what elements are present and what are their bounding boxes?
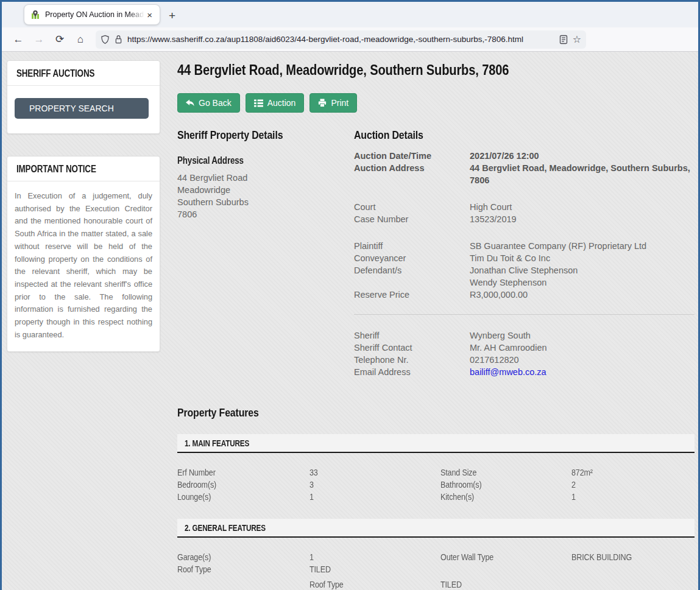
feature-label — [440, 563, 571, 575]
feature-value: BRICK BUILDING — [571, 551, 695, 563]
auction-details: Auction Details Auction Date/Time 2021/0… — [354, 128, 695, 378]
site-favicon — [30, 10, 40, 19]
auction-details-title: Auction Details — [354, 128, 423, 142]
general-features-header: 2. GENERAL FEATURES — [177, 519, 695, 538]
detail-label: Auction Address — [354, 162, 470, 186]
feature-value: TILED — [440, 578, 571, 590]
detail-label: Case Number — [354, 213, 470, 225]
feature-value: 1 — [571, 491, 695, 503]
feature-value: 3 — [309, 479, 440, 491]
detail-value: SB Guarantee Company (RF) Proprietary Lt… — [470, 240, 695, 252]
email-link[interactable]: bailiff@mweb.co.za — [470, 367, 546, 377]
detail-label: Sheriff Contact — [354, 342, 470, 354]
address-line: Southern Suburbs — [177, 196, 354, 208]
feature-label: Stand Size — [440, 466, 571, 479]
sidebar: SHERIFF AUCTIONS PROPERTY SEARCH IMPORTA… — [7, 60, 160, 590]
tab-title: Property ON Auction in Meado — [45, 10, 144, 19]
reader-view-icon[interactable] — [559, 35, 568, 44]
sheriff-auctions-title: SHERIFF AUCTIONS — [16, 68, 94, 79]
go-back-button[interactable]: Go Back — [177, 93, 240, 113]
detail-label: Defendant/s — [354, 264, 470, 276]
bookmark-star-icon[interactable]: ☆ — [573, 33, 581, 45]
detail-value: 13523/2019 — [470, 213, 695, 225]
detail-label: Sheriff — [354, 329, 470, 342]
feature-value — [571, 578, 695, 590]
property-features-title: Property Features — [177, 406, 259, 420]
auction-sheriff-group: Sheriff Wynberg South Sheriff Contact Mr… — [354, 329, 695, 378]
sheriff-auctions-card: SHERIFF AUCTIONS PROPERTY SEARCH — [7, 60, 160, 134]
feature-label — [177, 578, 309, 590]
url-text[interactable]: https://www.sasheriff.co.za/aup11808/aid… — [127, 35, 554, 44]
detail-value: 44 Bergvliet Road, Meadowridge, Southern… — [470, 162, 695, 186]
detail-value: Mr. AH Camroodien — [470, 342, 695, 354]
detail-label: Conveyancer — [354, 252, 470, 264]
browser-window: Property ON Auction in Meado × + ← → ⟳ ⌂… — [0, 0, 700, 590]
feature-value: 1 — [309, 551, 440, 563]
forward-icon[interactable]: → — [29, 33, 49, 46]
important-notice-title: IMPORTANT NOTICE — [16, 164, 96, 175]
detail-label: Reserve Price — [354, 289, 470, 301]
address-line: Meadowridge — [177, 184, 354, 196]
detail-value: High Court — [470, 201, 695, 213]
back-icon[interactable]: ← — [8, 33, 29, 46]
page-content: SHERIFF AUCTIONS PROPERTY SEARCH IMPORTA… — [2, 52, 698, 590]
printer-icon — [318, 99, 327, 107]
detail-label: Email Address — [354, 366, 470, 378]
section-divider — [354, 314, 695, 315]
feature-value: 872m² — [571, 466, 695, 479]
toolbar: Go Back Auction Print — [177, 93, 695, 113]
shield-icon[interactable] — [101, 35, 110, 44]
address-line: 44 Bergvliet Road — [177, 172, 354, 184]
detail-value: Jonathan Clive Stephenson — [470, 264, 695, 276]
feature-value: TILED — [309, 563, 440, 575]
list-icon — [254, 99, 263, 107]
feature-label: Garage(s) — [177, 551, 309, 563]
reload-icon[interactable]: ⟳ — [49, 33, 70, 46]
browser-tab[interactable]: Property ON Auction in Meado × — [24, 4, 160, 25]
feature-label: Lounge(s) — [177, 491, 309, 503]
feature-value — [571, 563, 695, 575]
property-search-button[interactable]: PROPERTY SEARCH — [15, 98, 149, 119]
important-notice-text: In Execution of a judgement, duly author… — [15, 190, 152, 342]
auction-court-group: Court High Court Case Number 13523/2019 — [354, 201, 695, 225]
navigation-bar: ← → ⟳ ⌂ https://www.sasheriff.co.za/aup1… — [2, 27, 698, 52]
detail-value: Tim Du Toit & Co Inc — [470, 252, 695, 264]
feature-value: 33 — [309, 466, 440, 479]
auction-primary-group: Auction Date/Time 2021/07/26 12:00 Aucti… — [354, 150, 695, 186]
new-tab-icon[interactable]: + — [169, 10, 175, 21]
physical-address-title: Physical Address — [177, 155, 244, 166]
feature-label: Roof Type — [309, 578, 440, 590]
home-icon[interactable]: ⌂ — [70, 33, 91, 46]
detail-label: Telephone Nr. — [354, 354, 470, 366]
detail-value: R3,000,000.00 — [470, 289, 695, 301]
main-features-table: Erf Number 33 Stand Size 872m² Bedroom(s… — [177, 466, 695, 503]
detail-value: 0217612820 — [470, 354, 695, 366]
detail-value: Wynberg South — [470, 329, 695, 342]
tab-close-icon[interactable]: × — [144, 9, 155, 21]
page-title: 44 Bergvliet Road, Meadowridge, Southern… — [177, 61, 509, 79]
general-features-table: Garage(s) 1 Outer Wall Type BRICK BUILDI… — [177, 551, 695, 590]
auction-parties-group: Plaintiff SB Guarantee Company (RF) Prop… — [354, 240, 695, 301]
detail-label: Plaintiff — [354, 240, 470, 252]
detail-value: 2021/07/26 12:00 — [470, 150, 695, 162]
detail-value: Wendy Stephenson — [470, 276, 695, 289]
main-features-header: 1. MAIN FEATURES — [177, 434, 695, 453]
tab-strip: Property ON Auction in Meado × + — [2, 2, 698, 27]
detail-label: Court — [354, 201, 470, 213]
url-bar[interactable]: https://www.sasheriff.co.za/aup11808/aid… — [96, 30, 586, 49]
feature-label: Erf Number — [177, 466, 309, 479]
auction-button[interactable]: Auction — [246, 93, 305, 113]
important-notice-card: IMPORTANT NOTICE In Execution of a judge… — [7, 156, 160, 352]
lock-icon[interactable] — [115, 35, 122, 44]
feature-label: Kitchen(s) — [440, 491, 571, 503]
detail-label: Auction Date/Time — [354, 150, 470, 162]
print-button[interactable]: Print — [309, 93, 357, 113]
detail-value: bailiff@mweb.co.za — [470, 366, 695, 378]
feature-label: Bedroom(s) — [177, 479, 309, 491]
feature-value: 2 — [571, 479, 695, 491]
feature-value: 1 — [309, 491, 440, 503]
feature-label: Bathroom(s) — [440, 479, 571, 491]
feature-label: Roof Type — [177, 563, 309, 575]
sheriff-property-details: Sheriff Property Details Physical Addres… — [177, 128, 354, 378]
detail-label — [354, 276, 470, 289]
